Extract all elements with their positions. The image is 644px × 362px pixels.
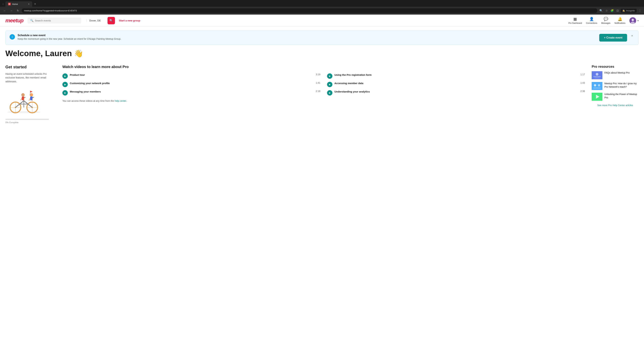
extensions-icon[interactable]: 🧩 <box>610 8 614 13</box>
new-tab-button[interactable]: + <box>33 2 38 6</box>
resource-item-1[interactable]: FAQs about Meetup Pro <box>592 71 639 79</box>
main-content: Welcome, Lauren 👋 Get started Having an … <box>0 49 644 130</box>
resource-item-2[interactable]: Meetup Pro: How do I grow my Pro Network… <box>592 82 639 90</box>
incognito-badge: 🕵 Incognito <box>621 9 636 12</box>
video-title-2: Using the Pro registration form <box>334 73 372 77</box>
video-item-inner-3: Customizing your network profile 1:41 <box>70 81 320 85</box>
tab-title-text: Home <box>12 3 27 5</box>
videos-section: Watch videos to learn more about Pro ▶ P… <box>62 65 585 124</box>
avatar-button[interactable]: ▾ <box>630 17 639 24</box>
play-button-2[interactable]: ▶ <box>327 73 332 79</box>
help-center-text: You can access these videos at any time … <box>62 99 585 102</box>
video-item-inner-2: Using the Pro registration form 1:17 <box>334 73 585 77</box>
svg-line-28 <box>20 98 22 100</box>
get-started-section: Get started Having an event scheduled un… <box>5 65 56 124</box>
connections-icon: 👤 <box>589 17 594 21</box>
help-center-link[interactable]: help center <box>115 99 126 102</box>
video-title-1: Product tour <box>70 73 85 77</box>
tab-favicon: M <box>8 3 11 5</box>
close-tab-button[interactable]: × <box>28 3 30 5</box>
video-title-4: Accessing member data <box>334 81 364 85</box>
browser-search-icon[interactable]: 🔍 <box>599 8 604 13</box>
tab-prev-arrow[interactable]: ‹ <box>1 2 5 6</box>
svg-point-31 <box>596 73 598 76</box>
videos-heading: Watch videos to learn more about Pro <box>62 65 585 69</box>
svg-line-29 <box>24 98 24 100</box>
play-button-4[interactable]: ▶ <box>327 82 332 87</box>
browser-tab-bar: ‹ M Home × + <box>0 0 644 7</box>
nav-pro-dashboard[interactable]: ▦ Pro Dashboard <box>568 17 582 24</box>
profile-switch-icon[interactable]: ⊡ <box>616 8 619 13</box>
svg-rect-34 <box>592 82 602 90</box>
nav-messages[interactable]: 💬 Messages <box>601 17 610 24</box>
banner-info-icon: i <box>10 34 15 39</box>
wave-emoji: 👋 <box>74 49 83 58</box>
browser-chrome: ‹ M Home × + ← → ↻ meetup.com/home/?sugg… <box>0 0 644 14</box>
svg-marker-25 <box>30 91 32 93</box>
messages-label: Messages <box>601 22 610 24</box>
messages-icon: 💬 <box>604 17 608 21</box>
resource-thumb-2 <box>592 82 602 90</box>
address-bar[interactable]: meetup.com/home/?suggested=true&source=E… <box>22 8 598 13</box>
video-item-6: ▶ Understanding your analytics 2:36 <box>327 90 585 95</box>
play-button-1[interactable]: ▶ <box>62 73 68 79</box>
search-bar[interactable]: 🔍 <box>28 17 81 23</box>
svg-line-22 <box>29 98 30 101</box>
nav-notifications[interactable]: 🔔 Notifications <box>614 17 626 24</box>
video-item-inner-5: Messaging your members 2:18 <box>70 90 320 93</box>
video-item-4: ▶ Accessing member data 1:43 <box>327 81 585 87</box>
forward-button[interactable]: → <box>9 8 14 13</box>
svg-rect-32 <box>593 76 601 77</box>
search-input[interactable] <box>35 19 68 22</box>
video-item-inner-6: Understanding your analytics 2:36 <box>334 90 585 93</box>
videos-grid: ▶ Product tour 3:19 ▶ Using the Pro regi… <box>62 73 585 95</box>
video-title-3: Customizing your network profile <box>70 81 110 85</box>
video-duration-2: 1:17 <box>580 73 585 76</box>
resource-title-2: Meetup Pro: How do I grow my Pro Network… <box>604 82 639 88</box>
svg-rect-33 <box>594 78 600 78</box>
video-title-6: Understanding your analytics <box>334 90 370 93</box>
url-text: meetup.com/home/?suggested=true&source=E… <box>24 9 595 12</box>
video-duration-1: 3:19 <box>316 73 320 76</box>
browser-menu-icon[interactable]: ⋮ <box>638 8 642 13</box>
play-button-3[interactable]: ▶ <box>62 82 68 87</box>
header-nav: ▦ Pro Dashboard 👤 Connections 💬 Messages… <box>568 17 639 24</box>
see-more-link[interactable]: See more Pro Help Center articles <box>592 103 639 107</box>
play-button-6[interactable]: ▶ <box>327 90 332 95</box>
progress-bar-container: 0% Complete <box>5 119 56 124</box>
browser-toolbar: ← → ↻ meetup.com/home/?suggested=true&so… <box>0 7 644 14</box>
meetup-site: meetup 🔍 Dover, DE 🔍 Start a new group ▦… <box>0 14 644 360</box>
search-button[interactable]: 🔍 <box>108 17 115 24</box>
meetup-logo[interactable]: meetup <box>5 17 24 24</box>
resource-title-1: FAQs about Meetup Pro <box>604 71 630 75</box>
resource-thumb-3 <box>592 93 602 101</box>
create-event-button[interactable]: + Create event <box>599 34 627 41</box>
incognito-icon: 🕵 <box>622 9 625 12</box>
svg-rect-37 <box>593 88 601 88</box>
back-button[interactable]: ← <box>2 8 8 13</box>
video-item-inner-1: Product tour 3:19 <box>70 73 320 77</box>
active-browser-tab[interactable]: M Home × <box>5 1 32 7</box>
banner-description: Keep the momentum going in the new year.… <box>18 37 596 40</box>
svg-point-35 <box>594 84 596 86</box>
start-group-link[interactable]: Start a new group <box>119 19 140 22</box>
svg-point-26 <box>21 93 25 96</box>
location-display[interactable]: Dover, DE <box>86 19 104 22</box>
video-item-2: ▶ Using the Pro registration form 1:17 <box>327 73 585 79</box>
svg-line-23 <box>32 98 32 101</box>
banner-title: Schedule a new event <box>18 34 596 37</box>
video-duration-5: 2:18 <box>316 90 320 92</box>
play-button-5[interactable]: ▶ <box>62 90 68 95</box>
pro-resources-section: Pro resources FAQs about Meetup Pro <box>592 65 639 124</box>
notifications-label: Notifications <box>614 22 626 24</box>
resource-item-3[interactable]: Unlocking the Power of Meetup Pro <box>592 93 639 101</box>
get-started-desc: Having an event scheduled unlocks Pro ex… <box>5 72 56 83</box>
pro-resources-title: Pro resources <box>592 65 639 68</box>
progress-label: 0% Complete <box>5 121 56 124</box>
banner-close-button[interactable]: × <box>630 34 634 38</box>
nav-connections[interactable]: 👤 Connections <box>586 17 597 24</box>
banner-content: Schedule a new event Keep the momentum g… <box>18 34 596 40</box>
resource-thumb-1 <box>592 71 602 79</box>
refresh-button[interactable]: ↻ <box>16 8 20 13</box>
bookmark-icon[interactable]: ☆ <box>605 8 608 13</box>
